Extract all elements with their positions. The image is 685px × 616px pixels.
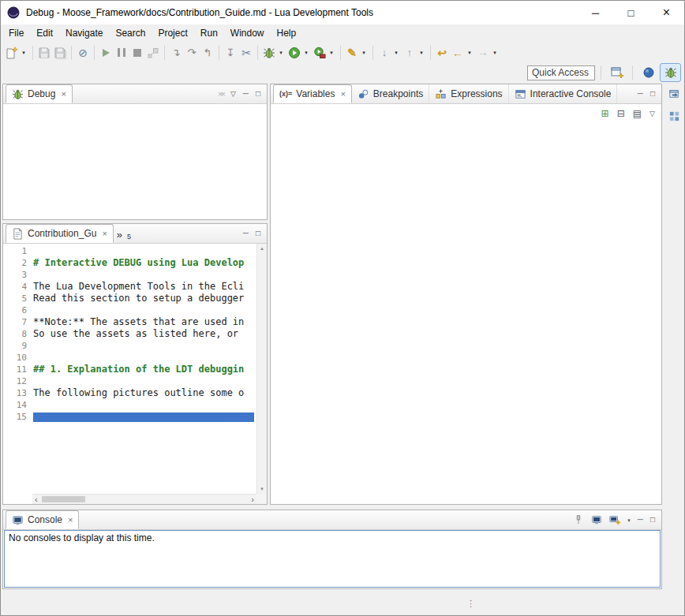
drop-to-frame-button[interactable]: ↧	[223, 44, 238, 62]
vertical-scrollbar[interactable]: ▲ ▼	[256, 244, 267, 494]
close-icon[interactable]: ×	[61, 89, 66, 99]
maximize-view-icon[interactable]: □	[256, 90, 260, 98]
view-menu-icon[interactable]: ▽	[230, 91, 236, 98]
run-dropdown[interactable]: ▾	[302, 44, 310, 62]
close-button[interactable]: ×	[649, 1, 684, 24]
scrollbar-thumb[interactable]	[42, 496, 85, 502]
editor-line[interactable]: 4The Lua Development Tools in the Ecli	[3, 281, 256, 293]
step-return-button[interactable]: ↰	[200, 44, 215, 62]
editor-tab-overflow[interactable]: »5	[114, 224, 136, 243]
debug-button[interactable]	[261, 44, 277, 62]
previous-annotation-dropdown[interactable]: ▾	[417, 44, 425, 62]
back-dropdown[interactable]: ▾	[466, 44, 474, 62]
editor-line[interactable]: 12	[3, 375, 256, 387]
save-all-button[interactable]	[52, 44, 68, 62]
open-perspective-button[interactable]	[607, 64, 627, 81]
debug-dropdown[interactable]: ▾	[277, 44, 285, 62]
collapse-all-icon[interactable]: ⊟	[617, 108, 625, 119]
run-button[interactable]	[286, 44, 302, 62]
minimize-view-icon[interactable]: ─	[638, 516, 643, 524]
restore-minimized-view-button[interactable]	[668, 88, 680, 103]
display-selected-console-icon[interactable]	[591, 514, 602, 525]
skip-all-breakpoints-button[interactable]: ⊘	[75, 44, 91, 62]
forward-dropdown[interactable]: ▾	[491, 44, 499, 62]
previous-annotation-button[interactable]: ↑	[402, 44, 417, 62]
editor-line[interactable]: 7**Note:** The assets that are used in	[3, 316, 256, 328]
editor-line[interactable]: 13The following pictures outline some o	[3, 387, 256, 399]
maximize-button[interactable]: □	[613, 1, 649, 24]
search-button[interactable]: ✎	[344, 44, 360, 62]
save-button[interactable]	[36, 44, 52, 62]
scroll-right-icon[interactable]: ›	[251, 495, 254, 504]
editor-line[interactable]: 6	[3, 304, 256, 316]
menu-project[interactable]: Project	[152, 26, 193, 40]
close-icon[interactable]: ×	[340, 89, 345, 99]
last-edit-location-button[interactable]: ↩	[434, 44, 450, 62]
menu-run[interactable]: Run	[194, 26, 224, 40]
editor-tab-contribution-guide[interactable]: Contribution_Gu ×	[6, 224, 114, 243]
open-console-dropdown[interactable]: ▾	[627, 517, 631, 523]
scroll-down-icon[interactable]: ▼	[260, 487, 264, 491]
minimize-view-icon[interactable]: ─	[243, 230, 249, 237]
console-output[interactable]: No consoles to display at this time.	[4, 530, 661, 588]
quick-access-input[interactable]	[527, 65, 595, 80]
horizontal-scrollbar[interactable]: ‹ ›	[32, 494, 256, 504]
minimized-outline-view-button[interactable]	[668, 110, 680, 125]
editor-line[interactable]: 14	[3, 399, 256, 411]
tab-interactive-console[interactable]: Interactive Console	[509, 84, 618, 103]
close-icon[interactable]: ×	[68, 515, 73, 525]
tab-variables[interactable]: (x)= Variables ×	[273, 84, 352, 103]
minimize-view-icon[interactable]: ─	[243, 90, 249, 98]
close-icon[interactable]: ×	[102, 229, 107, 238]
editor-line[interactable]: 5Read this section to setup a debugger	[3, 293, 256, 304]
tab-console[interactable]: Console ×	[6, 510, 79, 529]
scroll-left-icon[interactable]: ‹	[35, 495, 38, 504]
menu-edit[interactable]: Edit	[30, 26, 59, 40]
tab-breakpoints[interactable]: Breakpoints	[352, 84, 429, 103]
maximize-view-icon[interactable]: □	[650, 90, 655, 98]
remove-all-terminated-icon[interactable]: ××	[218, 90, 223, 99]
maximize-view-icon[interactable]: □	[650, 516, 655, 524]
editor-line[interactable]: 1	[3, 245, 256, 257]
tab-debug[interactable]: Debug ×	[6, 84, 73, 103]
pin-console-icon[interactable]	[573, 514, 584, 525]
new-button[interactable]	[4, 44, 20, 62]
editor-line[interactable]: 15	[3, 411, 256, 423]
next-annotation-dropdown[interactable]: ▾	[392, 44, 400, 62]
step-into-button[interactable]: ↴	[168, 44, 184, 62]
view-menu-icon[interactable]: ▽	[649, 110, 655, 118]
variables-view-body[interactable]	[271, 123, 661, 504]
open-console-icon[interactable]	[609, 514, 620, 525]
search-dropdown[interactable]: ▾	[360, 44, 368, 62]
use-step-filters-button[interactable]: ✂	[238, 44, 254, 62]
layout-icon[interactable]: ▤	[633, 108, 642, 119]
editor-line[interactable]: 9	[3, 340, 256, 352]
minimize-button[interactable]: ─	[578, 1, 613, 24]
minimize-view-icon[interactable]: ─	[638, 90, 643, 98]
sash-grip-icon[interactable]: ⋮	[466, 599, 476, 609]
editor-line[interactable]: 2# Interactive DEBUG using Lua Develop	[3, 257, 256, 269]
editor-line[interactable]: 3	[3, 269, 256, 281]
show-logical-structure-icon[interactable]: ⊞	[601, 108, 609, 119]
external-tools-button[interactable]	[312, 44, 328, 62]
new-dropdown[interactable]: ▾	[20, 44, 28, 62]
scroll-up-icon[interactable]: ▲	[260, 246, 264, 251]
step-over-button[interactable]: ↷	[184, 44, 200, 62]
code-area[interactable]: 1 2# Interactive DEBUG using Lua Develop…	[3, 245, 256, 494]
editor-line[interactable]: 8So use the assets as listed here, or	[3, 328, 256, 340]
debug-view-body[interactable]	[3, 104, 267, 219]
disconnect-button[interactable]	[145, 44, 161, 62]
resume-button[interactable]	[98, 44, 114, 62]
debug-perspective-button[interactable]	[661, 64, 680, 81]
forward-button[interactable]: →	[475, 44, 491, 62]
external-tools-dropdown[interactable]: ▾	[328, 44, 335, 62]
maximize-view-icon[interactable]: □	[256, 230, 260, 237]
menu-help[interactable]: Help	[271, 26, 303, 40]
terminate-button[interactable]	[129, 44, 145, 62]
next-annotation-button[interactable]: ↓	[376, 44, 392, 62]
menu-search[interactable]: Search	[109, 26, 152, 40]
back-button[interactable]: ←	[450, 44, 466, 62]
suspend-button[interactable]	[114, 44, 129, 62]
editor-line[interactable]: 10	[3, 352, 256, 364]
tab-expressions[interactable]: Expressions	[429, 84, 508, 103]
